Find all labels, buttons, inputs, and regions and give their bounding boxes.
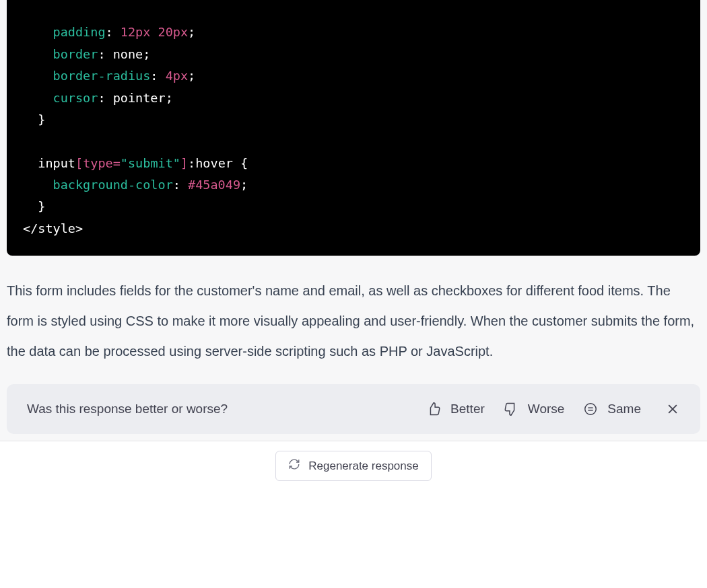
bottom-toolbar: Regenerate response — [0, 441, 707, 508]
regenerate-label: Regenerate response — [308, 460, 419, 473]
response-content: padding: 12px 20px; border: none; border… — [0, 0, 707, 441]
explanation-text: This form includes fields for the custom… — [7, 256, 700, 372]
css-value: none — [113, 47, 143, 61]
feedback-prompt: Was this response better or worse? — [27, 402, 228, 416]
css-value: 12px 20px — [121, 25, 188, 39]
feedback-bar: Was this response better or worse? Bette… — [7, 384, 700, 434]
code-block: padding: 12px 20px; border: none; border… — [7, 0, 700, 256]
css-prop: border-radius — [53, 69, 151, 83]
css-prop: background-color — [53, 178, 173, 192]
feedback-worse-button[interactable]: Worse — [504, 402, 565, 416]
css-prop: border — [53, 47, 98, 61]
css-value: #45a049 — [188, 178, 240, 192]
regenerate-icon — [288, 458, 300, 474]
css-selector: input — [38, 156, 75, 170]
close-style-tag: </style> — [23, 221, 83, 235]
feedback-worse-label: Worse — [528, 402, 565, 416]
feedback-same-button[interactable]: Same — [583, 402, 641, 416]
thumbs-up-icon — [426, 402, 441, 416]
brace-close: } — [38, 112, 45, 126]
feedback-better-label: Better — [450, 402, 485, 416]
feedback-close-button[interactable] — [665, 402, 680, 416]
brace-close: } — [38, 199, 45, 213]
regenerate-button[interactable]: Regenerate response — [275, 451, 432, 481]
css-value: 4px — [166, 69, 188, 83]
feedback-better-button[interactable]: Better — [426, 402, 485, 416]
equals-icon — [583, 402, 598, 416]
css-prop: cursor — [53, 91, 98, 105]
feedback-same-label: Same — [607, 402, 641, 416]
css-prop: padding — [53, 25, 106, 39]
svg-point-0 — [585, 404, 597, 415]
css-value: pointer — [113, 91, 166, 105]
thumbs-down-icon — [504, 402, 518, 416]
close-icon — [665, 402, 680, 416]
